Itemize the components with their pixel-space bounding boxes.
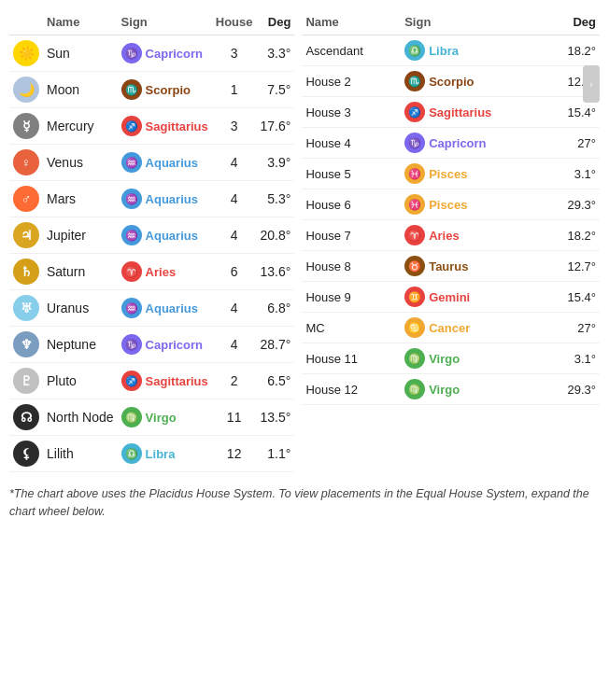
sign-name: Sagittarius	[429, 105, 491, 119]
planet-icon: ♆	[13, 331, 39, 357]
planet-house: 3	[212, 35, 257, 72]
planet-house: 4	[212, 145, 257, 181]
planet-icon-cell: ☿	[9, 108, 43, 145]
sign-icon: ♑	[404, 133, 425, 153]
planet-icon: ☿	[13, 113, 39, 139]
planet-sign: ♍Virgo	[118, 399, 212, 436]
planet-deg: 17.6°	[257, 108, 295, 145]
right-table-row: House 5♓Pisces3.1°	[302, 159, 600, 189]
planet-name: Venus	[43, 145, 118, 181]
left-table-row: ♂Mars♒Aquarius45.3°	[9, 181, 294, 217]
planet-house: 4	[212, 290, 257, 327]
sign-name: Scorpio	[146, 83, 191, 97]
sign-name: Aries	[429, 229, 460, 243]
house-sign: ♓Pisces	[401, 159, 545, 189]
scroll-button[interactable]: ›	[583, 65, 600, 103]
right-table-row: Ascendant♎Libra18.2°	[302, 35, 600, 66]
planet-name: Mercury	[43, 108, 118, 145]
planet-house: 2	[212, 363, 257, 399]
planet-icon-cell: ☀️	[9, 35, 43, 72]
planet-icon: ♀	[13, 149, 39, 175]
house-name: House 5	[302, 159, 401, 189]
house-name: Ascendant	[302, 35, 401, 66]
right-table-row: House 3♐Sagittarius15.4°	[302, 97, 600, 128]
sign-icon: ♑	[121, 334, 142, 355]
sign-name: Pisces	[429, 167, 467, 181]
planet-deg: 13.5°	[257, 399, 295, 436]
right-table: Name Sign Deg Ascendant♎Libra18.2°House …	[302, 9, 600, 405]
planet-deg: 7.5°	[257, 72, 295, 108]
sign-icon: ♒	[121, 152, 142, 173]
left-table-row: ♇Pluto♐Sagittarius26.5°	[9, 363, 294, 399]
left-header-house: House	[212, 9, 257, 35]
house-name: House 12	[302, 374, 401, 405]
planet-icon-cell: ♃	[9, 217, 43, 254]
left-table-row: ⚸Lilith♎Libra121.1°	[9, 436, 294, 472]
left-header-name: Name	[43, 9, 118, 35]
sign-name: Cancer	[429, 321, 470, 335]
sign-icon: ♒	[121, 298, 142, 318]
planet-house: 1	[212, 72, 257, 108]
planet-sign: ♒Aquarius	[118, 290, 212, 327]
planet-sign: ♐Sagittarius	[118, 108, 212, 145]
sign-icon: ♏	[404, 71, 425, 91]
sign-name: Taurus	[429, 259, 468, 273]
sign-icon: ♉	[404, 256, 425, 276]
planet-deg: 6.5°	[257, 363, 295, 399]
sign-name: Libra	[429, 44, 459, 58]
house-sign: ♎Libra	[401, 35, 545, 66]
house-name: House 2	[302, 66, 401, 97]
sign-name: Capricorn	[146, 338, 203, 352]
planet-deg: 1.1°	[257, 436, 295, 472]
planet-sign: ♏Scorpio	[118, 72, 212, 108]
planet-icon-cell: ♄	[9, 254, 43, 290]
house-name: MC	[302, 313, 401, 343]
planet-deg: 6.8°	[257, 290, 295, 327]
planet-icon-cell: ♅	[9, 290, 43, 327]
sign-icon: ♎	[121, 443, 142, 464]
right-header-name: Name	[302, 9, 401, 35]
right-table-row: House 12♍Virgo29.3°	[302, 374, 600, 405]
house-deg: 15.4°	[545, 282, 600, 313]
right-table-row: House 6♓Pisces29.3°	[302, 189, 600, 220]
house-sign: ♈Aries	[401, 220, 545, 251]
house-name: House 3	[302, 97, 401, 128]
left-table: Name Sign House Deg ☀️Sun♑Capricorn33.3°…	[9, 9, 294, 472]
planet-deg: 28.7°	[257, 327, 295, 363]
sign-name: Sagittarius	[146, 374, 208, 388]
planet-sign: ♒Aquarius	[118, 217, 212, 254]
planet-sign: ♎Libra	[118, 436, 212, 472]
sign-icon: ♎	[404, 40, 425, 61]
planet-name: Uranus	[43, 290, 118, 327]
planet-icon: ♅	[13, 295, 39, 321]
sign-name: Libra	[146, 447, 176, 461]
sign-name: Virgo	[429, 352, 460, 366]
left-table-row: ♆Neptune♑Capricorn428.7°	[9, 327, 294, 363]
sign-name: Aquarius	[146, 301, 198, 315]
house-name: House 6	[302, 189, 401, 220]
house-deg: 3.1°	[545, 343, 600, 374]
sign-name: Aquarius	[146, 156, 198, 170]
sign-name: Pisces	[429, 198, 467, 212]
house-deg: 29.3°	[545, 374, 600, 405]
planet-deg: 3.9°	[257, 145, 295, 181]
house-deg: 27°	[545, 128, 600, 159]
house-deg: 29.3°	[545, 189, 600, 220]
sign-name: Capricorn	[146, 47, 203, 61]
right-table-row: House 11♍Virgo3.1°	[302, 343, 600, 374]
right-table-row: House 4♑Capricorn27°	[302, 128, 600, 159]
planet-house: 6	[212, 254, 257, 290]
sign-icon: ♐	[121, 116, 142, 136]
planet-name: Lilith	[43, 436, 118, 472]
sign-icon: ♑	[121, 43, 142, 63]
planet-name: Neptune	[43, 327, 118, 363]
planet-name: Saturn	[43, 254, 118, 290]
house-sign: ♍Virgo	[401, 343, 545, 374]
sign-icon: ♍	[121, 407, 142, 427]
planet-icon-cell: ♀	[9, 145, 43, 181]
planet-house: 4	[212, 217, 257, 254]
sign-name: Virgo	[146, 411, 177, 425]
planet-sign: ♑Capricorn	[118, 327, 212, 363]
planet-name: North Node	[43, 399, 118, 436]
planet-house: 4	[212, 181, 257, 217]
